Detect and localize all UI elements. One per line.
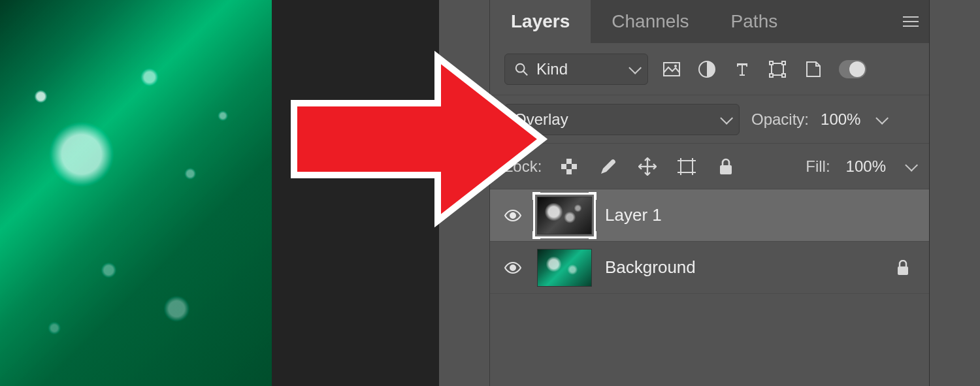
chevron-down-icon bbox=[720, 111, 733, 124]
chevron-down-icon[interactable] bbox=[905, 158, 918, 171]
filter-smartobject-icon[interactable] bbox=[801, 57, 825, 81]
chevron-down-icon bbox=[629, 61, 642, 74]
fill-value[interactable]: 100% bbox=[846, 157, 886, 176]
fill-label[interactable]: Fill: bbox=[806, 157, 830, 176]
svg-rect-15 bbox=[572, 169, 577, 174]
opacity-label[interactable]: Opacity: bbox=[751, 110, 809, 129]
lock-icon bbox=[896, 260, 909, 276]
layer-row[interactable]: Background bbox=[490, 242, 929, 294]
visibility-toggle[interactable] bbox=[502, 261, 524, 274]
lock-transparency-icon[interactable] bbox=[557, 155, 581, 178]
layers-panel: Layers Channels Paths Kind bbox=[490, 0, 929, 386]
svg-rect-8 bbox=[770, 74, 773, 77]
layer-name[interactable]: Background bbox=[605, 257, 696, 278]
lock-image-icon[interactable] bbox=[596, 155, 620, 178]
opacity-value[interactable]: 100% bbox=[821, 110, 860, 129]
svg-rect-12 bbox=[572, 159, 577, 164]
hamburger-icon bbox=[903, 21, 919, 22]
chevron-down-icon[interactable] bbox=[876, 111, 889, 124]
layer-row[interactable]: Layer 1 bbox=[490, 189, 929, 242]
layers-list: Layer 1 Background bbox=[490, 189, 929, 386]
svg-point-3 bbox=[674, 65, 677, 67]
svg-rect-18 bbox=[681, 161, 693, 172]
panel-tabs: Layers Channels Paths bbox=[490, 0, 929, 43]
filter-adjustment-icon[interactable] bbox=[695, 57, 719, 81]
tab-channels[interactable]: Channels bbox=[591, 0, 710, 43]
layer-name[interactable]: Layer 1 bbox=[605, 205, 662, 225]
annotation-arrow bbox=[287, 51, 549, 227]
filter-shape-icon[interactable] bbox=[766, 57, 789, 81]
lock-all-icon[interactable] bbox=[714, 155, 738, 178]
svg-rect-13 bbox=[566, 164, 572, 169]
svg-rect-7 bbox=[782, 61, 785, 65]
filter-pixel-icon[interactable] bbox=[660, 57, 683, 81]
filter-row: Kind bbox=[490, 43, 929, 95]
lock-artboard-icon[interactable] bbox=[675, 155, 698, 178]
panel-menu-button[interactable] bbox=[892, 0, 929, 43]
svg-rect-23 bbox=[720, 165, 732, 174]
filter-toggle[interactable] bbox=[839, 60, 866, 78]
svg-rect-6 bbox=[770, 61, 773, 65]
blend-row: Overlay Opacity: 100% bbox=[490, 95, 929, 144]
panel-gutter-right bbox=[929, 0, 980, 386]
layer-thumbnail[interactable] bbox=[537, 249, 592, 287]
svg-rect-9 bbox=[782, 74, 785, 77]
document-image bbox=[0, 0, 272, 386]
svg-point-25 bbox=[510, 265, 515, 270]
svg-rect-11 bbox=[561, 159, 566, 164]
lock-row: Lock: bbox=[490, 144, 929, 189]
filter-type-icon[interactable] bbox=[730, 57, 754, 81]
svg-rect-14 bbox=[561, 169, 566, 174]
tab-layers[interactable]: Layers bbox=[490, 0, 591, 43]
canvas-area[interactable] bbox=[0, 0, 272, 386]
lock-position-icon[interactable] bbox=[636, 155, 659, 178]
svg-rect-26 bbox=[898, 266, 908, 275]
tab-paths[interactable]: Paths bbox=[710, 0, 799, 43]
